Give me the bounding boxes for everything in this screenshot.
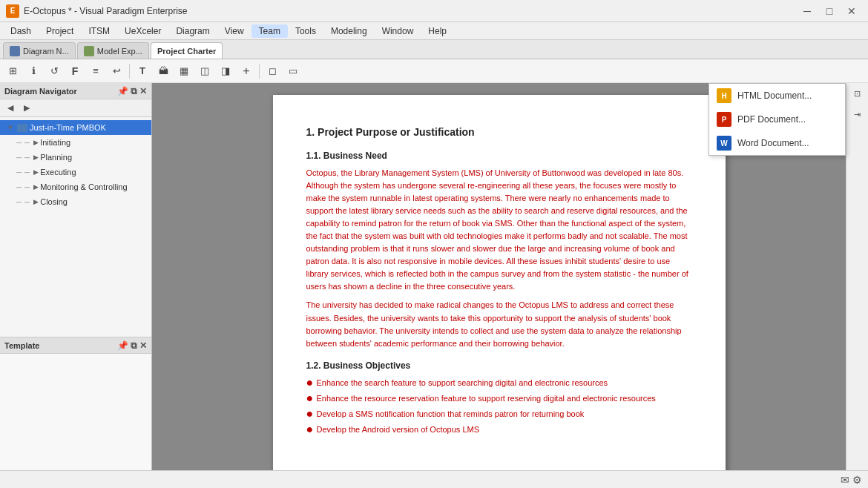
toolbar-shape-btn[interactable]: ▭: [283, 62, 303, 81]
toolbar-undo-btn[interactable]: ↩: [107, 62, 126, 81]
dropdown-html-label: HTML Document...: [737, 90, 812, 101]
toolbar-table-btn[interactable]: ▦: [174, 62, 194, 81]
tree-expand-exec[interactable]: ▶: [31, 168, 40, 177]
tree-expand-plan[interactable]: ▶: [31, 153, 40, 162]
tree-expand-icon[interactable]: ▼: [6, 123, 15, 132]
toolbar-grid-btn[interactable]: ⊞: [3, 62, 22, 81]
tree-monitoring[interactable]: ─ ─ ▶ Monitoring & Controlling: [0, 179, 151, 194]
toolbar-text-btn[interactable]: T: [133, 62, 152, 81]
menu-tools[interactable]: Tools: [288, 24, 323, 38]
template-pin-icon[interactable]: 📌: [117, 340, 128, 351]
menu-uexceler[interactable]: UeXceler: [117, 24, 168, 38]
menu-itsm[interactable]: ITSM: [81, 24, 117, 38]
toolbar-info-btn[interactable]: ℹ: [24, 62, 43, 81]
dropdown-word-item[interactable]: W Word Document...: [709, 131, 845, 155]
status-mail-icon[interactable]: ✉: [841, 474, 849, 486]
menu-project[interactable]: Project: [39, 24, 81, 38]
word-icon: W: [717, 136, 731, 151]
right-toolbar-btn2[interactable]: ⇥: [846, 104, 867, 125]
right-toolbar-btn1[interactable]: ⊡: [846, 83, 867, 104]
main-layout: Diagram Navigator 📌 ⧉ ✕ ◀ ▶ ▼ Just-in-Ti…: [0, 83, 868, 470]
doc-bullet-4: ● Develop the Android version of Octopus…: [306, 423, 692, 436]
doc-heading1: 1. Project Purpose or Justification: [306, 125, 692, 140]
pdf-icon: P: [717, 112, 731, 127]
toolbar-image-btn[interactable]: 🏔: [154, 62, 173, 81]
title-text: E-Octopus * - Visual Paradigm Enterprise: [24, 6, 797, 16]
tree-initiating[interactable]: ─ ─ ▶ Initiating: [0, 135, 151, 150]
panel-float-icon[interactable]: ⧉: [131, 86, 137, 96]
doc-section1-body2: The university has decided to make radic…: [306, 299, 692, 349]
tab-project-charter[interactable]: Project Charter: [151, 42, 223, 59]
menu-team[interactable]: Team: [251, 24, 288, 38]
menu-window[interactable]: Window: [375, 24, 421, 38]
tree-expand-init[interactable]: ▶: [31, 138, 40, 147]
tree-root-label: Just-in-Time PMBOK: [30, 123, 106, 132]
toolbar-rect-btn[interactable]: ◻: [263, 62, 282, 81]
doc-section2-heading: 1.2. Business Objectives: [306, 359, 692, 372]
toolbar-add-btn[interactable]: +: [237, 62, 256, 81]
tab-diagram-nav[interactable]: Diagram N...: [3, 42, 76, 59]
toolbar-format-btn[interactable]: F: [65, 62, 85, 81]
template-panel-header: Template 📌 ⧉ ✕: [0, 337, 151, 354]
doc-section1-heading: 1.1. Business Need: [306, 149, 692, 162]
html-icon: H: [717, 88, 731, 103]
status-settings-icon[interactable]: ⚙: [852, 474, 862, 486]
tree-dash8-icon: ─: [24, 183, 30, 191]
tree-dash5-icon: ─: [16, 168, 22, 177]
tree-closing[interactable]: ─ ─ ▶ Closing: [0, 194, 151, 209]
window-controls: ─ □ ✕: [797, 3, 862, 19]
title-bar: E E-Octopus * - Visual Paradigm Enterpri…: [0, 0, 868, 22]
close-button[interactable]: ✕: [841, 3, 862, 19]
tab-bar: Diagram N... Model Exp... Project Charte…: [0, 40, 868, 59]
tree-closing-label: Closing: [40, 197, 68, 206]
maximize-button[interactable]: □: [819, 3, 840, 19]
minimize-button[interactable]: ─: [797, 3, 818, 19]
tree-root-item[interactable]: ▼ Just-in-Time PMBOK: [0, 120, 151, 135]
dropdown-word-label: Word Document...: [737, 138, 809, 148]
tab-model-label: Model Exp...: [97, 47, 142, 56]
tab-model-exp[interactable]: Model Exp...: [77, 42, 149, 59]
tree-planning[interactable]: ─ ─ ▶ Planning: [0, 150, 151, 165]
bullet-dot-3: ●: [306, 408, 317, 421]
folder-icon: [17, 124, 27, 132]
menu-diagram[interactable]: Diagram: [168, 24, 217, 38]
panel-close-icon[interactable]: ✕: [139, 86, 147, 96]
menu-modeling[interactable]: Modeling: [323, 24, 375, 38]
toolbar-cols-btn[interactable]: ◫: [195, 62, 214, 81]
toolbar-cols2-btn[interactable]: ◨: [216, 62, 235, 81]
bullet-text-3: Develop a SMS notification function that…: [317, 408, 585, 421]
export-dropdown-menu: H HTML Document... P PDF Document... W W…: [708, 83, 846, 156]
menu-help[interactable]: Help: [421, 24, 454, 38]
tree-dash2-icon: ─: [24, 139, 30, 147]
menu-dash[interactable]: Dash: [3, 24, 39, 38]
panel-forward-btn[interactable]: ▶: [19, 101, 34, 116]
doc-section1-body: Octopus, the Library Management System (…: [306, 167, 692, 293]
tree-dash7-icon: ─: [16, 183, 22, 191]
tree-expand-mon[interactable]: ▶: [31, 182, 40, 191]
tree-initiating-label: Initiating: [40, 138, 70, 147]
template-float-icon[interactable]: ⧉: [131, 340, 137, 351]
dropdown-html-item[interactable]: H HTML Document...: [709, 84, 845, 108]
tree-dash10-icon: ─: [24, 198, 30, 206]
template-close-icon[interactable]: ✕: [139, 340, 147, 351]
bullet-dot-4: ●: [306, 423, 317, 436]
panel-toolbar: ◀ ▶: [0, 99, 151, 117]
template-content: [0, 354, 151, 470]
dropdown-pdf-item[interactable]: P PDF Document...: [709, 108, 845, 131]
tree-executing[interactable]: ─ ─ ▶ Executing: [0, 165, 151, 179]
menu-view[interactable]: View: [217, 24, 251, 38]
diagram-navigator-title: Diagram Navigator: [4, 87, 77, 96]
tree-expand-close[interactable]: ▶: [31, 197, 40, 206]
toolbar-list-btn[interactable]: ≡: [86, 62, 105, 81]
template-panel-icons: 📌 ⧉ ✕: [117, 340, 147, 351]
left-panel: Diagram Navigator 📌 ⧉ ✕ ◀ ▶ ▼ Just-in-Ti…: [0, 83, 152, 470]
tree-executing-label: Executing: [40, 168, 76, 177]
right-toolbar: ⊡ ⇥: [846, 83, 868, 470]
bullet-text-1: Enhance the search feature to support se…: [317, 377, 608, 389]
panel-back-btn[interactable]: ◀: [3, 101, 18, 116]
panel-pin-icon[interactable]: 📌: [117, 86, 128, 96]
diagram-navigator-header: Diagram Navigator 📌 ⧉ ✕: [0, 83, 151, 99]
template-panel: Template 📌 ⧉ ✕: [0, 337, 151, 470]
toolbar-refresh-btn[interactable]: ↺: [45, 62, 64, 81]
bullet-dot-1: ●: [306, 377, 317, 389]
